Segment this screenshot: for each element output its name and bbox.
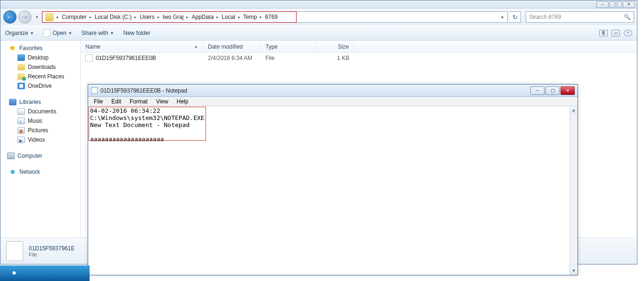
share-button[interactable]: Share with▼ xyxy=(82,30,114,36)
sidebar-group-favorites[interactable]: Favorites xyxy=(0,43,80,53)
notepad-content: 04-02-2016 06:34:22 C:\Windows\system32\… xyxy=(88,106,206,144)
file-date: 2/4/2016 6:34 AM xyxy=(203,55,261,61)
sidebar-group-libraries[interactable]: Libraries xyxy=(0,97,80,107)
recent-icon xyxy=(17,73,25,80)
notepad-textarea[interactable]: 04-02-2016 06:34:22 C:\Windows\system32\… xyxy=(88,106,578,275)
back-button[interactable]: ← xyxy=(3,10,17,24)
toolbar: Organize▼ Open▼ Share with▼ New folder ≣… xyxy=(0,26,637,41)
file-type: File xyxy=(261,55,316,61)
breadcrumb[interactable]: Temp xyxy=(241,14,259,20)
sidebar-item-desktop[interactable]: Desktop xyxy=(0,53,80,62)
sidebar-item-onedrive[interactable]: OneDrive xyxy=(0,81,80,91)
chevron-down-icon: ▼ xyxy=(68,31,72,35)
breadcrumb[interactable]: Iwo Graj xyxy=(161,14,186,20)
breadcrumb[interactable]: 6769 xyxy=(263,14,280,20)
navigation-sidebar: Favorites Desktop Downloads Recent Place… xyxy=(0,41,81,238)
documents-icon xyxy=(17,108,25,115)
sort-asc-icon: ▲ xyxy=(194,44,198,49)
chevron-right-icon[interactable]: ▸ xyxy=(185,15,190,19)
notepad-titlebar[interactable]: 01D15F5937961EEE0B - Notepad ─ ▢ ✕ xyxy=(88,85,578,97)
column-name[interactable]: Name▲ xyxy=(81,41,203,52)
maximize-button[interactable]: ▢ xyxy=(610,1,622,8)
sidebar-item-downloads[interactable]: Downloads xyxy=(0,62,80,72)
file-size: 1 KB xyxy=(316,55,354,61)
libraries-icon xyxy=(9,99,17,105)
column-size[interactable]: Size xyxy=(316,41,354,52)
sidebar-item-documents[interactable]: Documents xyxy=(0,107,80,116)
menu-format[interactable]: Format xyxy=(126,97,151,106)
minimize-button[interactable]: ─ xyxy=(530,86,545,95)
search-placeholder: Search 6769 xyxy=(529,14,561,20)
breadcrumb[interactable]: Local xyxy=(220,14,237,20)
star-icon xyxy=(9,45,17,51)
notepad-icon xyxy=(91,87,98,94)
music-icon xyxy=(17,118,25,124)
menu-edit[interactable]: Edit xyxy=(107,97,125,106)
menu-help[interactable]: Help xyxy=(173,97,192,106)
chevron-right-icon[interactable]: ▸ xyxy=(89,15,93,19)
history-dropdown[interactable]: ▾ xyxy=(33,15,40,19)
details-filetype: File xyxy=(29,252,74,257)
file-row[interactable]: 01D15F5937961EEE0B 2/4/2016 6:34 AM File… xyxy=(81,53,637,63)
maximize-button[interactable]: ▢ xyxy=(545,86,560,95)
chevron-right-icon[interactable]: ▸ xyxy=(259,15,263,19)
sidebar-item-computer[interactable]: Computer xyxy=(0,151,80,161)
organize-button[interactable]: Organize▼ xyxy=(5,30,34,36)
network-icon xyxy=(9,169,17,175)
notepad-title: 01D15F5937961EEE0B - Notepad xyxy=(100,87,187,94)
search-icon[interactable]: 🔍 xyxy=(624,14,631,20)
menu-file[interactable]: File xyxy=(90,97,107,106)
address-dropdown[interactable]: ▾ xyxy=(498,15,506,20)
column-type[interactable]: Type xyxy=(261,41,316,52)
address-bar[interactable]: ▸ Computer▸ Local Disk (C:)▸ Users▸ Iwo … xyxy=(42,11,508,23)
help-button[interactable]: ? xyxy=(624,30,632,36)
navigation-row: ← → ▾ ▸ Computer▸ Local Disk (C:)▸ Users… xyxy=(0,9,637,26)
file-name: 01D15F5937961EEE0B xyxy=(96,55,156,61)
breadcrumb[interactable]: Users xyxy=(138,14,156,20)
search-input[interactable]: Search 6769 🔍 xyxy=(526,11,634,23)
desktop-icon xyxy=(17,54,25,61)
breadcrumb[interactable]: Computer xyxy=(60,14,89,20)
cloud-icon xyxy=(17,83,25,89)
sidebar-item-network[interactable]: Network xyxy=(0,167,80,177)
preview-pane-button[interactable]: ▭ xyxy=(611,30,620,36)
sidebar-item-music[interactable]: Music xyxy=(0,116,80,126)
chevron-down-icon: ▼ xyxy=(110,31,114,35)
chevron-down-icon: ▼ xyxy=(30,31,34,35)
forward-button[interactable]: → xyxy=(18,10,32,24)
minimize-button[interactable]: ─ xyxy=(596,1,609,8)
column-date[interactable]: Date modified xyxy=(203,41,261,52)
explorer-titlebar[interactable]: ─ ▢ ✕ xyxy=(0,0,637,9)
notepad-window: 01D15F5937961EEE0B - Notepad ─ ▢ ✕ File … xyxy=(88,84,578,275)
sidebar-item-recent[interactable]: Recent Places xyxy=(0,72,80,81)
computer-icon xyxy=(7,153,15,159)
scroll-up-button[interactable]: ▲ xyxy=(570,106,578,114)
breadcrumb[interactable]: AppData xyxy=(190,14,215,20)
sidebar-item-pictures[interactable]: Pictures xyxy=(0,126,80,135)
refresh-button[interactable]: ↻ xyxy=(510,11,521,23)
chevron-right-icon[interactable]: ▸ xyxy=(56,15,60,19)
open-button[interactable]: Open▼ xyxy=(43,29,72,37)
close-button[interactable]: ✕ xyxy=(561,86,575,95)
chevron-right-icon[interactable]: ▸ xyxy=(215,15,220,19)
menu-view[interactable]: View xyxy=(152,97,172,106)
chevron-right-icon[interactable]: ▸ xyxy=(157,15,161,19)
vertical-scrollbar[interactable]: ▲ ▼ xyxy=(570,106,578,275)
folder-icon xyxy=(45,13,54,21)
notepad-menubar: File Edit Format View Help xyxy=(88,97,578,106)
details-filename: 01D15F5937961E xyxy=(29,245,74,252)
close-button[interactable]: ✕ xyxy=(623,1,635,8)
file-icon xyxy=(85,54,93,62)
videos-icon xyxy=(17,136,25,143)
new-folder-button[interactable]: New folder xyxy=(124,30,150,36)
chevron-right-icon[interactable]: ▸ xyxy=(237,15,241,19)
breadcrumb[interactable]: Local Disk (C:) xyxy=(93,14,134,20)
sidebar-item-videos[interactable]: Videos xyxy=(0,135,80,145)
chevron-right-icon[interactable]: ▸ xyxy=(133,15,138,19)
downloads-icon xyxy=(17,64,25,70)
column-headers: Name▲ Date modified Type Size xyxy=(81,41,637,53)
view-options-button[interactable]: ≣ xyxy=(599,30,608,36)
taskbar[interactable] xyxy=(0,265,90,281)
file-icon xyxy=(43,29,51,37)
scroll-down-button[interactable]: ▼ xyxy=(570,267,578,275)
